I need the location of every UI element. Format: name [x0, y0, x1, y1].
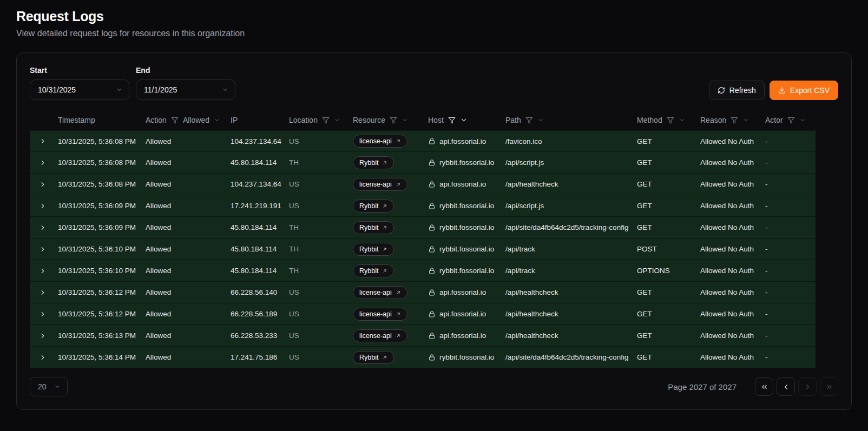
row-expand-button[interactable] — [35, 242, 50, 257]
chevron-down-icon[interactable] — [214, 117, 220, 123]
table-row: 10/31/2025, 5:36:12 PMAllowed66.228.56.1… — [30, 282, 816, 303]
row-expand-button[interactable] — [35, 263, 50, 279]
header-path: Path — [503, 116, 635, 124]
prev-page-button[interactable] — [777, 377, 795, 396]
host-text: api.fossorial.io — [439, 331, 486, 340]
cell-expand — [30, 134, 56, 149]
host-text: rybbit.fossorial.io — [439, 245, 494, 253]
filter-icon[interactable] — [667, 116, 674, 124]
cell-method: GET — [635, 180, 698, 188]
cell-host: api.fossorial.io — [426, 288, 503, 296]
filter-icon[interactable] — [525, 116, 533, 124]
cell-path: /api/track — [503, 245, 635, 253]
request-logs-page: Request Logs View detailed request logs … — [0, 0, 868, 419]
table-row: 10/31/2025, 5:36:13 PMAllowed66.228.53.2… — [30, 325, 816, 347]
start-date-label: Start — [30, 66, 129, 75]
header-path-label: Path — [505, 116, 521, 124]
row-expand-button[interactable] — [35, 220, 50, 235]
table-body: 10/31/2025, 5:36:08 PMAllowed104.237.134… — [30, 130, 816, 368]
chevron-down-icon[interactable] — [334, 117, 340, 123]
table-row: 10/31/2025, 5:36:08 PMAllowed104.237.134… — [30, 130, 816, 152]
chevron-down-icon[interactable] — [537, 117, 544, 123]
lock-icon — [428, 354, 436, 361]
lock-icon — [428, 224, 436, 231]
filter-icon[interactable] — [390, 116, 397, 124]
filter-icon[interactable] — [322, 116, 330, 124]
resource-badge[interactable]: license-api — [353, 329, 407, 342]
filter-icon[interactable] — [787, 116, 795, 124]
cell-location: US — [287, 137, 351, 145]
header-ip-label: IP — [231, 116, 238, 124]
refresh-button[interactable]: Refresh — [709, 81, 765, 100]
start-date-select[interactable]: 10/31/2025 — [30, 79, 129, 100]
cell-actor: - — [763, 223, 816, 231]
cell-path: /api/healthcheck — [503, 288, 635, 296]
cell-timestamp: 10/31/2025, 5:36:09 PM — [56, 223, 143, 231]
header-actor: Actor — [763, 116, 816, 124]
end-date-select[interactable]: 11/1/2025 — [136, 79, 235, 100]
cell-timestamp: 10/31/2025, 5:36:12 PM — [56, 310, 143, 318]
chevron-down-icon — [54, 383, 61, 390]
table-row: 10/31/2025, 5:36:10 PMAllowed45.80.184.1… — [30, 238, 816, 260]
resource-badge[interactable]: license-api — [353, 178, 407, 191]
row-expand-button[interactable] — [35, 307, 50, 322]
cell-resource: Rybbit — [351, 264, 426, 277]
cell-path: /api/track — [503, 267, 635, 275]
external-link-icon — [382, 355, 387, 360]
table-row: 10/31/2025, 5:36:08 PMAllowed104.237.134… — [30, 174, 816, 195]
first-page-button[interactable] — [755, 377, 773, 396]
cell-actor: - — [763, 353, 816, 361]
chevron-down-icon[interactable] — [679, 117, 685, 123]
action-filter-value[interactable]: Allowed — [183, 116, 209, 124]
chevron-down-icon[interactable] — [402, 117, 408, 123]
filter-icon[interactable] — [731, 116, 738, 124]
resource-badge[interactable]: Rybbit — [353, 243, 394, 256]
lock-icon — [428, 181, 436, 188]
cell-actor: - — [763, 331, 816, 340]
chevron-down-icon[interactable] — [799, 117, 806, 123]
cell-host: rybbit.fossorial.io — [426, 158, 503, 167]
last-page-button[interactable] — [820, 377, 838, 396]
resource-badge[interactable]: Rybbit — [353, 156, 394, 169]
host-text: rybbit.fossorial.io — [439, 267, 494, 275]
export-csv-button[interactable]: Export CSV — [770, 81, 838, 100]
page-size-select[interactable]: 20 — [30, 377, 68, 396]
row-expand-button[interactable] — [35, 198, 50, 214]
row-expand-button[interactable] — [35, 134, 50, 149]
chevron-right-icon — [39, 332, 47, 340]
filter-icon[interactable] — [448, 116, 456, 124]
cell-timestamp: 10/31/2025, 5:36:08 PM — [56, 137, 143, 145]
row-expand-button[interactable] — [35, 285, 50, 300]
resource-badge[interactable]: Rybbit — [353, 200, 394, 213]
row-expand-button[interactable] — [35, 177, 50, 192]
cell-ip: 104.237.134.64 — [228, 180, 287, 188]
cell-method: GET — [635, 331, 698, 340]
chevron-right-icon — [39, 224, 47, 231]
resource-badge[interactable]: license-api — [353, 286, 407, 299]
table-row: 10/31/2025, 5:36:12 PMAllowed66.228.56.1… — [30, 303, 816, 325]
next-page-button[interactable] — [798, 377, 817, 396]
resource-badge[interactable]: Rybbit — [353, 264, 394, 277]
row-expand-button[interactable] — [35, 155, 50, 170]
cell-location: US — [287, 202, 351, 210]
cell-host: rybbit.fossorial.io — [426, 202, 503, 210]
row-expand-button[interactable] — [35, 350, 50, 365]
cell-timestamp: 10/31/2025, 5:36:13 PM — [56, 331, 143, 340]
row-expand-button[interactable] — [35, 328, 50, 343]
cell-expand — [30, 155, 56, 170]
resource-badge[interactable]: Rybbit — [353, 221, 394, 234]
filter-icon[interactable] — [171, 116, 179, 124]
resource-badge[interactable]: license-api — [353, 135, 407, 148]
table-footer: 20 Page 2027 of 2027 — [30, 377, 838, 396]
resource-badge[interactable]: Rybbit — [353, 351, 394, 364]
chevron-down-icon[interactable] — [460, 116, 468, 124]
cell-resource: license-api — [351, 286, 426, 299]
chevron-down-icon[interactable] — [742, 117, 749, 123]
cell-path: /api/site/da4fb64dc2d5/tracking-config — [503, 353, 635, 361]
header-action: Action Allowed — [143, 116, 228, 124]
cell-host: rybbit.fossorial.io — [426, 267, 503, 275]
resource-badge[interactable]: license-api — [353, 308, 407, 321]
host-text: api.fossorial.io — [439, 180, 486, 188]
cell-timestamp: 10/31/2025, 5:36:10 PM — [56, 245, 143, 253]
cell-action: Allowed — [143, 331, 228, 340]
